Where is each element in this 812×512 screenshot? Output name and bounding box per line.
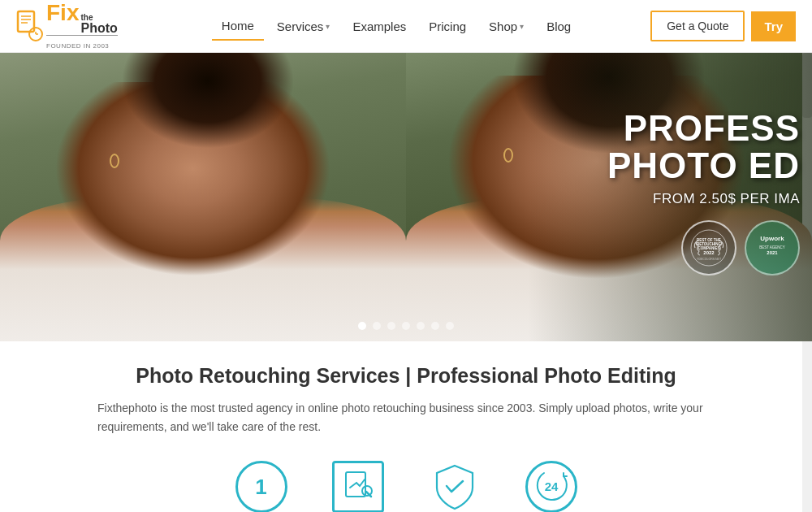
- shop-chevron-icon: ▾: [520, 22, 524, 31]
- feature-icon-document: [332, 461, 384, 512]
- svg-text:©DECOLORS.NET: ©DECOLORS.NET: [697, 258, 722, 261]
- feature-item-4: 24: [525, 461, 577, 512]
- dot-4[interactable]: [402, 322, 410, 330]
- svg-text:Upwork: Upwork: [760, 235, 784, 242]
- feature-item-1: 1: [235, 461, 287, 512]
- feature-icon-24h: 24: [525, 461, 577, 512]
- badge-upwork: Upwork BEST AGENCY 2021: [745, 220, 800, 276]
- services-chevron-icon: ▾: [326, 22, 330, 31]
- svg-text:2022: 2022: [703, 250, 715, 255]
- logo[interactable]: Fix the Photo FOUNDED IN 2003: [16, 2, 118, 51]
- badge-retouching: BEST OF THE RETOUCHING COMPANIES 2022 ©D…: [681, 220, 736, 276]
- features-row: 1: [16, 454, 796, 512]
- feature-item-2: [332, 461, 384, 512]
- svg-point-18: [362, 486, 372, 496]
- feature-icon-1: 1: [235, 461, 287, 512]
- logo-founded: FOUNDED IN 2003: [46, 42, 109, 50]
- dot-6[interactable]: [431, 322, 439, 330]
- nav-home[interactable]: Home: [212, 12, 264, 41]
- feature-item-3: [429, 461, 481, 512]
- svg-text:24: 24: [544, 479, 558, 493]
- hero-section: PROFESS PHOTO ED FROM 2.50$ PER IMA BEST…: [0, 53, 812, 341]
- svg-text:2021: 2021: [767, 250, 778, 255]
- dot-7[interactable]: [446, 322, 454, 330]
- svg-text:BEST AGENCY: BEST AGENCY: [759, 245, 785, 249]
- dot-2[interactable]: [373, 322, 381, 330]
- logo-icon: [16, 10, 44, 42]
- nav-shop[interactable]: Shop ▾: [479, 13, 533, 40]
- hero-price: FROM 2.50$ PER IMA: [607, 191, 800, 207]
- header: Fix the Photo FOUNDED IN 2003 Home Servi…: [0, 0, 812, 53]
- nav-pricing[interactable]: Pricing: [419, 13, 476, 40]
- dot-3[interactable]: [387, 322, 395, 330]
- hero-headline: PROFESS PHOTO ED: [607, 110, 800, 184]
- page-title: Photo Retouching Services | Professional…: [16, 364, 796, 388]
- nav-examples[interactable]: Examples: [343, 13, 416, 40]
- try-button[interactable]: Try: [751, 11, 796, 41]
- main-nav: Home Services ▾ Examples Pricing Shop ▾ …: [142, 12, 650, 41]
- dot-1[interactable]: [358, 322, 366, 330]
- content-section: Photo Retouching Services | Professional…: [0, 341, 812, 512]
- logo-text-group: Fix the Photo FOUNDED IN 2003: [46, 2, 118, 51]
- before-photo: [0, 53, 406, 341]
- get-quote-button[interactable]: Get a Quote: [650, 11, 745, 41]
- page-description: Fixthephoto is the most trusted agency i…: [97, 399, 715, 436]
- dot-5[interactable]: [417, 322, 425, 330]
- feature-icon-shield: [429, 461, 481, 512]
- logo-photo: Photo: [80, 22, 117, 35]
- nav-blog[interactable]: Blog: [537, 13, 581, 40]
- logo-the: the: [80, 14, 117, 22]
- logo-fix: Fix: [46, 2, 79, 24]
- slider-dots: [358, 322, 454, 330]
- header-actions: Get a Quote Try: [650, 11, 796, 41]
- nav-services[interactable]: Services ▾: [267, 13, 340, 40]
- hero-badges: BEST OF THE RETOUCHING COMPANIES 2022 ©D…: [607, 220, 800, 276]
- hero-text-overlay: PROFESS PHOTO ED FROM 2.50$ PER IMA BEST…: [607, 110, 800, 276]
